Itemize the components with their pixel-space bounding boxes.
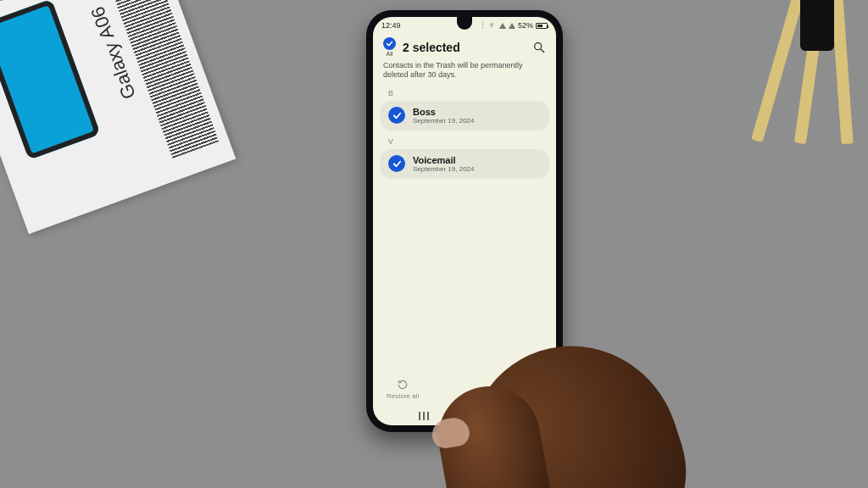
check-icon [392,111,402,120]
selection-header: All 2 selected [373,34,556,58]
checkbox-selected[interactable] [388,155,405,172]
nav-recents-button[interactable] [419,412,429,420]
phone-stand-prop [766,0,868,152]
product-box: Galaxy A06 [0,0,236,234]
svg-point-0 [535,42,542,49]
restore-all-label: Restore all [387,392,419,400]
contact-deleted-date: September 19, 2024 [413,117,475,125]
check-icon [392,159,402,169]
contact-name: Voicemail [413,155,475,165]
contact-name: Boss [413,107,475,117]
status-time: 12:49 [381,21,401,30]
restore-icon [397,379,409,391]
contact-row[interactable]: Boss September 19, 2024 [380,101,549,130]
svg-line-1 [541,49,544,53]
contact-row[interactable]: Voicemail September 19, 2024 [380,149,549,179]
trash-info-text: Contacts in the Trash will be permanentl… [373,58,556,87]
section-header: B [380,87,549,101]
wifi-icon: ᯤ [489,21,497,30]
page-title: 2 selected [403,41,526,54]
box-device-image [0,0,101,160]
check-circle-icon [383,37,396,50]
wifi-icon: ⋮ [479,21,487,30]
restore-all-button[interactable]: Restore all [387,379,419,400]
checkbox-selected[interactable] [388,107,405,124]
select-all-button[interactable]: All [383,37,396,57]
signal-icon [499,23,506,29]
battery-icon [536,23,548,29]
section-header: V [380,136,549,149]
signal-icon [509,23,515,29]
search-button[interactable] [532,41,546,54]
select-all-label: All [387,51,393,57]
contact-deleted-date: September 19, 2024 [413,165,475,173]
battery-percent: 52% [518,21,533,30]
search-icon [532,41,546,54]
contacts-list[interactable]: B Boss September 19, 2024 V Voicemail Se [373,87,556,370]
